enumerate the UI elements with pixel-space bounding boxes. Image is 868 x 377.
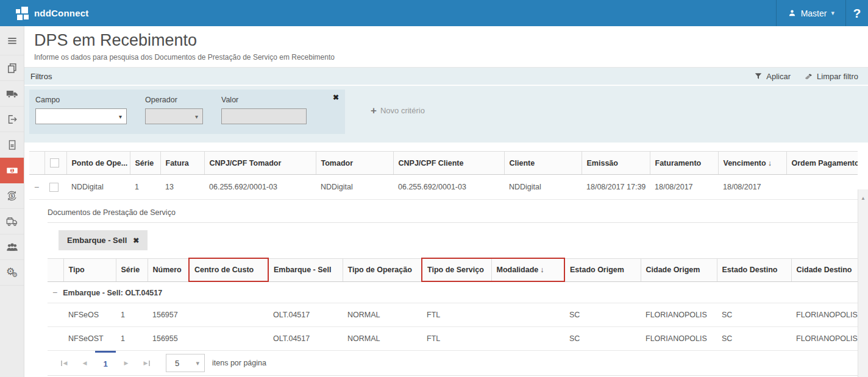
valor-input[interactable]: [221, 108, 307, 124]
column-header-numero[interactable]: Número: [148, 258, 189, 281]
column-header-cliente[interactable]: Cliente: [504, 152, 582, 175]
sidebar-item-users[interactable]: [0, 234, 24, 260]
sidebar-item-documents[interactable]: [0, 55, 24, 81]
new-criterion-button[interactable]: + Novo critério: [371, 105, 425, 116]
sidebar-item-export[interactable]: [0, 107, 24, 132]
column-header-cnpj-cliente[interactable]: CNPJ/CPF Cliente: [393, 152, 504, 175]
detail-grid: Tipo Série Número Centro de Custo Embarq…: [48, 258, 858, 351]
column-header-cnpj-tomador[interactable]: CNPJ/CPF Tomador: [204, 152, 316, 175]
column-header-centro-custo-highlighted[interactable]: Centro de Custo: [189, 258, 268, 281]
page-size-select[interactable]: 5 ▾: [166, 354, 205, 372]
main-content: DPS em Recebimento Informe os dados para…: [24, 26, 868, 377]
banknote-icon: 1: [5, 164, 19, 177]
sidebar-item-billing-active[interactable]: 1: [0, 158, 24, 183]
cell-tipo: NFSeOST: [63, 327, 116, 351]
cell-modalidade: [491, 303, 564, 327]
next-page-button[interactable]: ▶: [116, 351, 137, 375]
document-export-icon: [6, 113, 18, 125]
table-row[interactable]: − NDDigital 1 13 06.255.692/0001-03 NDDi…: [29, 175, 858, 200]
user-menu[interactable]: Master ▾: [776, 0, 846, 26]
column-header-tomador[interactable]: Tomador: [316, 152, 393, 175]
cell-emissao: 18/08/2017 17:39: [582, 175, 650, 200]
cell-serie: 1: [116, 303, 148, 327]
column-header-serie[interactable]: Série: [130, 152, 160, 175]
last-page-button[interactable]: ▶: [137, 351, 157, 375]
sort-desc-icon: ↓: [768, 159, 772, 167]
expand-column-header: [48, 258, 63, 281]
cell-cnpj-cliente: 06.255.692/0001-03: [393, 175, 504, 200]
column-header-tipo-operacao[interactable]: Tipo de Operação: [343, 258, 422, 281]
sidebar-item-document[interactable]: [0, 132, 24, 158]
collapse-row-icon[interactable]: −: [34, 182, 39, 192]
first-page-button[interactable]: ◀: [54, 351, 74, 375]
apply-filter-button[interactable]: Aplicar: [754, 72, 791, 81]
sidebar-item-transport[interactable]: [0, 81, 24, 107]
column-header-tipo-servico-highlighted[interactable]: Tipo de Serviço: [422, 258, 491, 281]
select-all-checkbox[interactable]: [50, 158, 59, 167]
operador-select[interactable]: ▾: [145, 108, 203, 124]
column-header-cidade-destino[interactable]: Cidade Destino: [791, 258, 858, 281]
column-header-vencimento[interactable]: Vencimento↓: [718, 152, 786, 175]
column-header-ordem-pagamento[interactable]: Ordem Pagamento: [786, 152, 858, 175]
column-header-modalidade-highlighted[interactable]: Modalidade↓: [491, 258, 564, 281]
cell-cliente: NDDigital: [504, 175, 582, 200]
table-row[interactable]: NFSeOST 1 156955 OLT.04517 NORMAL FTL SC…: [48, 327, 858, 351]
clear-filter-button[interactable]: Limpar filtro: [804, 72, 858, 81]
remove-group-icon[interactable]: ✖: [133, 236, 139, 245]
cell-serie: 1: [130, 175, 160, 200]
column-header-vencimento-label: Vencimento: [724, 159, 766, 167]
column-header-faturamento[interactable]: Faturamento: [650, 152, 718, 175]
row-checkbox[interactable]: [49, 183, 59, 192]
filters-bar: Filtros Aplicar Limpar filtro: [24, 68, 868, 86]
cell-centro-custo: [189, 303, 268, 327]
column-header-estado-origem[interactable]: Estado Origem: [564, 258, 641, 281]
new-criterion-label: Novo critério: [380, 106, 425, 115]
column-header-cidade-origem[interactable]: Cidade Origem: [641, 258, 717, 281]
cell-serie: 1: [116, 327, 148, 351]
scroll-up-icon[interactable]: ▲: [858, 196, 868, 201]
cell-cidade-destino: FLORIANOPOLIS: [791, 327, 858, 351]
sidebar-item-shipping[interactable]: [0, 209, 24, 234]
sidebar-item-settings[interactable]: ⚙⚙: [0, 260, 24, 286]
expand-column-header: [29, 152, 44, 175]
column-header-fatura[interactable]: Fatura: [160, 152, 204, 175]
user-menu-label: Master: [801, 9, 827, 18]
previous-page-button[interactable]: ◀: [74, 351, 95, 375]
vertical-scrollbar[interactable]: ▲: [858, 189, 868, 377]
first-page-icon: ◀: [63, 360, 68, 366]
sidebar-item-menu[interactable]: [0, 26, 24, 55]
cell-modalidade: [491, 327, 564, 351]
top-bar: nddConnect Master ▾ ?: [0, 0, 868, 26]
cell-cidade-origem: FLORIANOPOLIS: [641, 327, 717, 351]
remove-criterion-icon[interactable]: ✖: [333, 93, 339, 102]
column-header-ponto[interactable]: Ponto de Ope...: [66, 152, 130, 175]
group-chip[interactable]: Embarque - Sell ✖: [59, 230, 148, 250]
last-page-icon: ▶: [144, 360, 148, 366]
cell-estado-origem: SC: [564, 303, 641, 327]
main-grid-header-row: Ponto de Ope... Série Fatura CNPJ/CPF To…: [29, 152, 858, 175]
current-page-button[interactable]: 1: [95, 351, 116, 375]
main-grid: Ponto de Ope... Série Fatura CNPJ/CPF To…: [29, 151, 858, 200]
campo-select[interactable]: ▾: [35, 108, 127, 124]
column-header-estado-destino[interactable]: Estado Destino: [717, 258, 791, 281]
valor-field: Valor: [221, 96, 307, 124]
sidebar-item-financial[interactable]: $: [0, 183, 24, 209]
column-header-emissao[interactable]: Emissão: [582, 152, 650, 175]
collapse-group-icon[interactable]: −: [52, 287, 57, 297]
column-header-tipo[interactable]: Tipo: [63, 258, 116, 281]
user-icon: [788, 9, 797, 18]
column-header-serie[interactable]: Série: [116, 258, 148, 281]
cell-numero: 156957: [148, 303, 189, 327]
next-page-icon: ▶: [124, 360, 129, 366]
page-title: DPS em Recebimento: [34, 31, 858, 50]
money-sync-icon: $: [5, 189, 18, 202]
page-header: DPS em Recebimento Informe os dados para…: [24, 26, 868, 68]
select-all-header: [44, 152, 66, 175]
column-header-modalidade-label: Modalidade: [497, 266, 539, 274]
column-header-embarque-sell[interactable]: Embarque - Sell: [268, 258, 343, 281]
nddconnect-logo-icon: [16, 7, 29, 20]
cell-cidade-origem: FLORIANOPOLIS: [641, 303, 717, 327]
criteria-panel: ✖ Campo ▾ Operador ▾ Valor: [29, 90, 345, 134]
table-row[interactable]: NFSeOS 1 156957 OLT.04517 NORMAL FTL SC …: [48, 303, 858, 327]
help-button[interactable]: ?: [846, 0, 868, 26]
